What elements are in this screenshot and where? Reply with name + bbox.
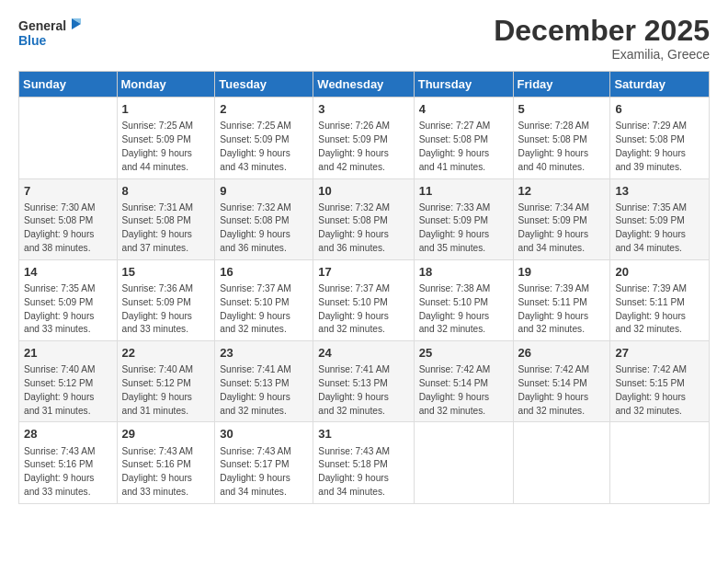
logo: General Blue bbox=[18, 15, 83, 52]
header-thursday: Thursday bbox=[414, 72, 513, 98]
day-number: 6 bbox=[615, 101, 704, 118]
day-number: 17 bbox=[318, 264, 408, 281]
day-number: 4 bbox=[419, 101, 508, 118]
table-row: 7Sunrise: 7:30 AM Sunset: 5:08 PM Daylig… bbox=[19, 178, 118, 259]
month-title: December 2025 bbox=[494, 15, 710, 47]
logo-svg: General Blue bbox=[18, 15, 83, 52]
title-block: December 2025 Examilia, Greece bbox=[494, 15, 710, 62]
day-info: Sunrise: 7:35 AM Sunset: 5:09 PM Dayligh… bbox=[615, 201, 704, 256]
day-info: Sunrise: 7:43 AM Sunset: 5:16 PM Dayligh… bbox=[122, 445, 210, 500]
day-info: Sunrise: 7:30 AM Sunset: 5:08 PM Dayligh… bbox=[24, 201, 112, 256]
table-row: 1Sunrise: 7:25 AM Sunset: 5:09 PM Daylig… bbox=[117, 98, 215, 178]
day-info: Sunrise: 7:29 AM Sunset: 5:08 PM Dayligh… bbox=[615, 120, 704, 174]
day-number: 21 bbox=[24, 345, 112, 362]
day-number: 10 bbox=[318, 183, 408, 200]
table-row: 4Sunrise: 7:27 AM Sunset: 5:08 PM Daylig… bbox=[414, 98, 513, 178]
day-info: Sunrise: 7:36 AM Sunset: 5:09 PM Dayligh… bbox=[122, 282, 210, 337]
day-number: 31 bbox=[318, 426, 408, 442]
day-info: Sunrise: 7:39 AM Sunset: 5:11 PM Dayligh… bbox=[615, 282, 704, 337]
day-number: 11 bbox=[419, 183, 508, 200]
header-friday: Friday bbox=[513, 72, 610, 98]
table-row: 11Sunrise: 7:33 AM Sunset: 5:09 PM Dayli… bbox=[414, 178, 513, 259]
day-number: 28 bbox=[24, 426, 112, 442]
day-number: 19 bbox=[518, 264, 606, 281]
table-row: 5Sunrise: 7:28 AM Sunset: 5:08 PM Daylig… bbox=[513, 98, 610, 178]
day-info: Sunrise: 7:26 AM Sunset: 5:09 PM Dayligh… bbox=[318, 120, 408, 174]
day-number: 15 bbox=[122, 264, 210, 281]
table-row: 14Sunrise: 7:35 AM Sunset: 5:09 PM Dayli… bbox=[19, 259, 118, 340]
day-info: Sunrise: 7:41 AM Sunset: 5:13 PM Dayligh… bbox=[318, 363, 408, 418]
table-row: 16Sunrise: 7:37 AM Sunset: 5:10 PM Dayli… bbox=[215, 259, 313, 340]
header-monday: Monday bbox=[117, 72, 215, 98]
header-saturday: Saturday bbox=[610, 72, 710, 98]
day-info: Sunrise: 7:43 AM Sunset: 5:16 PM Dayligh… bbox=[24, 445, 112, 500]
table-row: 13Sunrise: 7:35 AM Sunset: 5:09 PM Dayli… bbox=[610, 178, 710, 259]
table-row bbox=[513, 422, 610, 503]
day-info: Sunrise: 7:41 AM Sunset: 5:13 PM Dayligh… bbox=[220, 363, 308, 418]
day-info: Sunrise: 7:40 AM Sunset: 5:12 PM Dayligh… bbox=[24, 363, 112, 418]
day-info: Sunrise: 7:35 AM Sunset: 5:09 PM Dayligh… bbox=[24, 282, 112, 337]
day-info: Sunrise: 7:28 AM Sunset: 5:08 PM Dayligh… bbox=[518, 120, 606, 174]
page: General Blue December 2025 Examilia, Gre… bbox=[0, 0, 728, 563]
table-row: 8Sunrise: 7:31 AM Sunset: 5:08 PM Daylig… bbox=[117, 178, 215, 259]
table-row: 15Sunrise: 7:36 AM Sunset: 5:09 PM Dayli… bbox=[117, 259, 215, 340]
day-number: 5 bbox=[518, 101, 606, 118]
day-info: Sunrise: 7:43 AM Sunset: 5:17 PM Dayligh… bbox=[220, 445, 308, 500]
table-row: 20Sunrise: 7:39 AM Sunset: 5:11 PM Dayli… bbox=[610, 259, 710, 340]
day-info: Sunrise: 7:42 AM Sunset: 5:15 PM Dayligh… bbox=[615, 363, 704, 418]
table-row: 23Sunrise: 7:41 AM Sunset: 5:13 PM Dayli… bbox=[215, 341, 313, 422]
day-info: Sunrise: 7:43 AM Sunset: 5:18 PM Dayligh… bbox=[318, 445, 408, 500]
day-number: 20 bbox=[615, 264, 704, 281]
day-number: 3 bbox=[318, 101, 408, 118]
day-number: 26 bbox=[518, 345, 606, 362]
svg-text:General: General bbox=[18, 18, 66, 33]
week-row-4: 21Sunrise: 7:40 AM Sunset: 5:12 PM Dayli… bbox=[19, 341, 710, 422]
day-number: 2 bbox=[220, 101, 308, 118]
table-row: 26Sunrise: 7:42 AM Sunset: 5:14 PM Dayli… bbox=[513, 341, 610, 422]
day-number: 16 bbox=[220, 264, 308, 281]
calendar-header-row: Sunday Monday Tuesday Wednesday Thursday… bbox=[19, 72, 710, 98]
table-row: 27Sunrise: 7:42 AM Sunset: 5:15 PM Dayli… bbox=[610, 341, 710, 422]
table-row: 3Sunrise: 7:26 AM Sunset: 5:09 PM Daylig… bbox=[313, 98, 414, 178]
day-info: Sunrise: 7:25 AM Sunset: 5:09 PM Dayligh… bbox=[122, 120, 210, 174]
day-info: Sunrise: 7:39 AM Sunset: 5:11 PM Dayligh… bbox=[518, 282, 606, 337]
day-info: Sunrise: 7:37 AM Sunset: 5:10 PM Dayligh… bbox=[220, 282, 308, 337]
header-wednesday: Wednesday bbox=[313, 72, 414, 98]
day-number: 25 bbox=[419, 345, 508, 362]
day-number: 1 bbox=[122, 101, 210, 118]
table-row: 25Sunrise: 7:42 AM Sunset: 5:14 PM Dayli… bbox=[414, 341, 513, 422]
day-number: 22 bbox=[122, 345, 210, 362]
location: Examilia, Greece bbox=[494, 47, 710, 62]
table-row bbox=[610, 422, 710, 503]
day-number: 14 bbox=[24, 264, 112, 281]
table-row bbox=[414, 422, 513, 503]
svg-text:Blue: Blue bbox=[18, 33, 47, 48]
day-info: Sunrise: 7:40 AM Sunset: 5:12 PM Dayligh… bbox=[122, 363, 210, 418]
table-row: 31Sunrise: 7:43 AM Sunset: 5:18 PM Dayli… bbox=[313, 422, 414, 503]
day-info: Sunrise: 7:38 AM Sunset: 5:10 PM Dayligh… bbox=[419, 282, 508, 337]
day-number: 12 bbox=[518, 183, 606, 200]
day-info: Sunrise: 7:25 AM Sunset: 5:09 PM Dayligh… bbox=[220, 120, 308, 174]
day-info: Sunrise: 7:37 AM Sunset: 5:10 PM Dayligh… bbox=[318, 282, 408, 337]
table-row: 2Sunrise: 7:25 AM Sunset: 5:09 PM Daylig… bbox=[215, 98, 313, 178]
calendar: Sunday Monday Tuesday Wednesday Thursday… bbox=[18, 71, 710, 504]
day-info: Sunrise: 7:32 AM Sunset: 5:08 PM Dayligh… bbox=[318, 201, 408, 256]
week-row-2: 7Sunrise: 7:30 AM Sunset: 5:08 PM Daylig… bbox=[19, 178, 710, 259]
table-row: 18Sunrise: 7:38 AM Sunset: 5:10 PM Dayli… bbox=[414, 259, 513, 340]
week-row-3: 14Sunrise: 7:35 AM Sunset: 5:09 PM Dayli… bbox=[19, 259, 710, 340]
day-info: Sunrise: 7:34 AM Sunset: 5:09 PM Dayligh… bbox=[518, 201, 606, 256]
day-number: 8 bbox=[122, 183, 210, 200]
table-row: 21Sunrise: 7:40 AM Sunset: 5:12 PM Dayli… bbox=[19, 341, 118, 422]
table-row: 30Sunrise: 7:43 AM Sunset: 5:17 PM Dayli… bbox=[215, 422, 313, 503]
table-row: 17Sunrise: 7:37 AM Sunset: 5:10 PM Dayli… bbox=[313, 259, 414, 340]
day-number: 13 bbox=[615, 183, 704, 200]
day-info: Sunrise: 7:33 AM Sunset: 5:09 PM Dayligh… bbox=[419, 201, 508, 256]
table-row: 12Sunrise: 7:34 AM Sunset: 5:09 PM Dayli… bbox=[513, 178, 610, 259]
table-row: 24Sunrise: 7:41 AM Sunset: 5:13 PM Dayli… bbox=[313, 341, 414, 422]
table-row: 10Sunrise: 7:32 AM Sunset: 5:08 PM Dayli… bbox=[313, 178, 414, 259]
day-number: 23 bbox=[220, 345, 308, 362]
header-tuesday: Tuesday bbox=[215, 72, 313, 98]
day-number: 30 bbox=[220, 426, 308, 442]
day-info: Sunrise: 7:31 AM Sunset: 5:08 PM Dayligh… bbox=[122, 201, 210, 256]
header-sunday: Sunday bbox=[19, 72, 118, 98]
